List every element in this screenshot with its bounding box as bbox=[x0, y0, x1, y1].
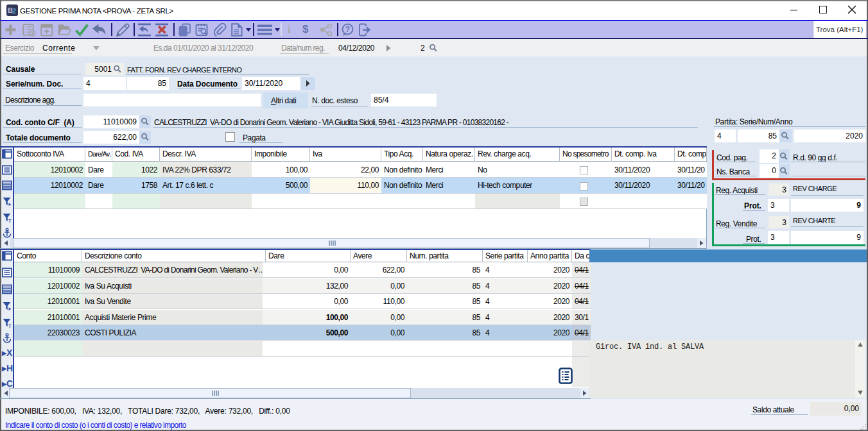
svg-text:T: T bbox=[8, 323, 12, 329]
svg-text:T: T bbox=[8, 218, 12, 224]
svg-text:?: ? bbox=[345, 25, 350, 34]
